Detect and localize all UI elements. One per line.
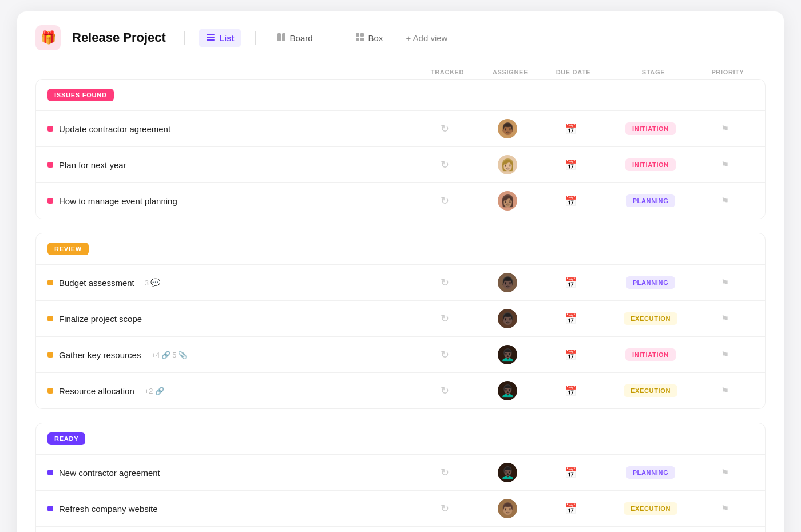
tracked-cell[interactable]: ↻ <box>410 348 479 361</box>
priority-cell[interactable]: ⚑ <box>696 124 754 134</box>
priority-cell[interactable]: ⚑ <box>696 196 754 207</box>
tracked-cell[interactable]: ↻ <box>410 502 479 515</box>
priority-cell[interactable]: ⚑ <box>696 313 754 324</box>
tracked-cell[interactable]: ↻ <box>410 384 479 397</box>
priority-flag-icon[interactable]: ⚑ <box>721 196 729 207</box>
stage-cell[interactable]: PLANNING <box>605 466 696 479</box>
priority-cell[interactable]: ⚑ <box>696 350 754 360</box>
table-row: Update contractor agreement↻👨🏾📅INITIATIO… <box>36 110 765 146</box>
add-view-button[interactable]: + Add view <box>401 30 452 46</box>
stage-cell[interactable]: EXECUTION <box>605 312 696 325</box>
assignee-cell[interactable]: 👨🏽 <box>479 499 536 518</box>
stage-cell[interactable]: INITIATION <box>605 348 696 361</box>
priority-flag-icon[interactable]: ⚑ <box>721 467 729 478</box>
task-name[interactable]: Finalize project scope <box>59 314 142 324</box>
stage-badge[interactable]: PLANNING <box>626 466 676 479</box>
priority-flag-icon[interactable]: ⚑ <box>721 277 729 288</box>
task-name[interactable]: Refresh company website <box>59 504 158 514</box>
due-date-cell[interactable]: 📅 <box>536 503 605 515</box>
calendar-icon[interactable]: 📅 <box>565 385 577 397</box>
due-date-cell[interactable]: 📅 <box>536 467 605 479</box>
stage-badge[interactable]: EXECUTION <box>624 312 677 325</box>
priority-flag-icon[interactable]: ⚑ <box>721 313 729 324</box>
track-icon[interactable]: ↻ <box>441 384 449 397</box>
task-name[interactable]: Resource allocation <box>59 386 134 396</box>
link-icon: 🔗 <box>161 351 170 359</box>
track-icon[interactable]: ↻ <box>441 158 449 171</box>
tracked-cell[interactable]: ↻ <box>410 158 479 171</box>
assignee-cell[interactable]: 👨🏿‍🦱 <box>479 381 536 400</box>
track-icon[interactable]: ↻ <box>441 276 449 289</box>
calendar-icon[interactable]: 📅 <box>565 123 577 135</box>
due-date-cell[interactable]: 📅 <box>536 159 605 171</box>
calendar-icon[interactable]: 📅 <box>565 467 577 479</box>
tracked-cell[interactable]: ↻ <box>410 466 479 479</box>
tracked-cell[interactable]: ↻ <box>410 122 479 135</box>
task-dot <box>47 280 53 285</box>
stage-badge[interactable]: PLANNING <box>626 194 676 207</box>
assignee-cell[interactable]: 👨🏾 <box>479 119 536 138</box>
due-date-cell[interactable]: 📅 <box>536 123 605 135</box>
tracked-cell[interactable]: ↻ <box>410 194 479 207</box>
calendar-icon[interactable]: 📅 <box>565 195 577 207</box>
assignee-cell[interactable]: 👨🏿‍🦱 <box>479 345 536 364</box>
due-date-cell[interactable]: 📅 <box>536 313 605 325</box>
calendar-icon[interactable]: 📅 <box>565 503 577 515</box>
calendar-icon[interactable]: 📅 <box>565 313 577 325</box>
due-date-cell[interactable]: 📅 <box>536 349 605 361</box>
priority-cell[interactable]: ⚑ <box>696 160 754 170</box>
nav-list[interactable]: List <box>199 29 241 47</box>
stage-cell[interactable]: PLANNING <box>605 194 696 207</box>
stage-cell[interactable]: EXECUTION <box>605 502 696 515</box>
nav-box[interactable]: Box <box>348 29 390 47</box>
priority-cell[interactable]: ⚑ <box>696 503 754 514</box>
nav-board[interactable]: Board <box>269 29 320 47</box>
track-icon[interactable]: ↻ <box>441 122 449 135</box>
task-name[interactable]: How to manage event planning <box>59 196 177 206</box>
task-name[interactable]: Budget assessment <box>59 278 134 288</box>
stage-cell[interactable]: PLANNING <box>605 276 696 289</box>
avatar: 👨🏽 <box>498 499 517 518</box>
assignee-cell[interactable]: 👨🏿 <box>479 309 536 328</box>
priority-flag-icon[interactable]: ⚑ <box>721 160 729 170</box>
calendar-icon[interactable]: 📅 <box>565 159 577 171</box>
assignee-cell[interactable]: 👩🏽 <box>479 191 536 211</box>
stage-badge[interactable]: EXECUTION <box>624 384 677 397</box>
stage-badge[interactable]: EXECUTION <box>624 502 677 515</box>
due-date-cell[interactable]: 📅 <box>536 277 605 289</box>
priority-flag-icon[interactable]: ⚑ <box>721 503 729 514</box>
track-icon[interactable]: ↻ <box>441 312 449 325</box>
due-date-cell[interactable]: 📅 <box>536 195 605 207</box>
stage-badge[interactable]: INITIATION <box>625 158 676 171</box>
calendar-icon[interactable]: 📅 <box>565 349 577 361</box>
priority-cell[interactable]: ⚑ <box>696 386 754 396</box>
stage-badge[interactable]: INITIATION <box>625 122 676 135</box>
task-name[interactable]: Plan for next year <box>59 160 126 170</box>
task-name[interactable]: Gather key resources <box>59 350 141 360</box>
track-icon[interactable]: ↻ <box>441 348 449 361</box>
stage-cell[interactable]: INITIATION <box>605 158 696 171</box>
track-icon[interactable]: ↻ <box>441 194 449 207</box>
priority-flag-icon[interactable]: ⚑ <box>721 350 729 360</box>
priority-flag-icon[interactable]: ⚑ <box>721 386 729 396</box>
task-name[interactable]: New contractor agreement <box>59 468 160 478</box>
track-icon[interactable]: ↻ <box>441 466 449 479</box>
stage-badge[interactable]: PLANNING <box>626 276 676 289</box>
priority-flag-icon[interactable]: ⚑ <box>721 124 729 134</box>
stage-cell[interactable]: EXECUTION <box>605 384 696 397</box>
assignee-cell[interactable]: 👩🏼 <box>479 155 536 174</box>
task-name[interactable]: Update contractor agreement <box>59 124 170 134</box>
tracked-cell[interactable]: ↻ <box>410 312 479 325</box>
priority-cell[interactable]: ⚑ <box>696 277 754 288</box>
due-date-cell[interactable]: 📅 <box>536 385 605 397</box>
stage-cell[interactable]: INITIATION <box>605 122 696 135</box>
assignee-cell[interactable]: 👨🏿‍🦱 <box>479 463 536 482</box>
calendar-icon[interactable]: 📅 <box>565 277 577 289</box>
priority-cell[interactable]: ⚑ <box>696 467 754 478</box>
section-review: REVIEWBudget assessment3💬↻👨🏿📅PLANNING⚑Fi… <box>35 233 766 409</box>
track-icon[interactable]: ↻ <box>441 502 449 515</box>
task-label-cell: Refresh company website <box>47 504 410 514</box>
stage-badge[interactable]: INITIATION <box>625 348 676 361</box>
assignee-cell[interactable]: 👨🏿 <box>479 273 536 292</box>
tracked-cell[interactable]: ↻ <box>410 276 479 289</box>
